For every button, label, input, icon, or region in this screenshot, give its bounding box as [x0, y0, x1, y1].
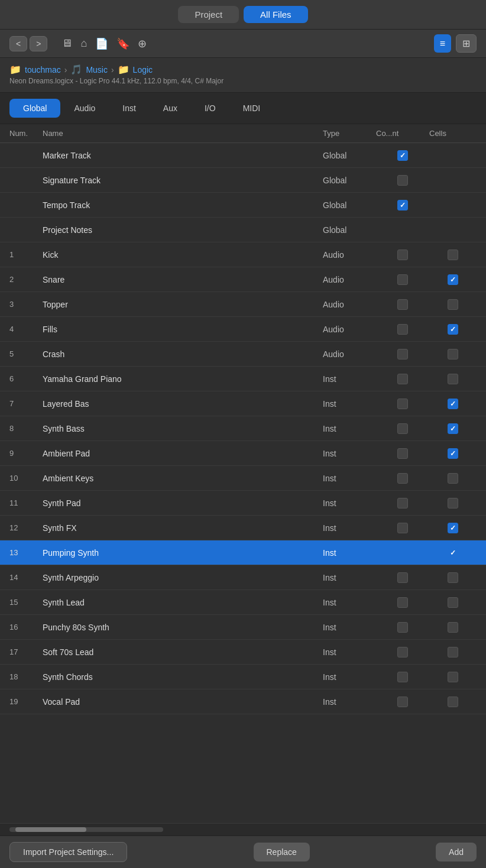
columns-button[interactable]: ⊞	[456, 34, 477, 53]
sep2: ›	[111, 65, 114, 75]
cell-count	[376, 473, 429, 484]
table-row[interactable]: 13Pumping SynthInst	[0, 540, 486, 565]
bookmark-icon[interactable]: 🔖	[116, 37, 129, 50]
count-checkbox[interactable]	[397, 697, 408, 707]
table-row[interactable]: 9Ambient PadInst	[0, 441, 486, 466]
cell-count	[376, 498, 429, 509]
tab-inst[interactable]: Inst	[109, 99, 150, 118]
count-checkbox[interactable]	[397, 324, 408, 335]
forward-button[interactable]: >	[30, 36, 47, 51]
cell-cells	[429, 299, 477, 310]
count-checkbox[interactable]	[397, 597, 408, 608]
cells-checkbox[interactable]	[448, 672, 458, 682]
cells-checkbox[interactable]	[448, 647, 458, 658]
table-row[interactable]: 14Synth ArpeggioInst	[0, 565, 486, 590]
table-row[interactable]: Project NotesGlobal	[0, 218, 486, 242]
table-row[interactable]: Tempo TrackGlobal	[0, 193, 486, 218]
cells-checkbox[interactable]	[448, 324, 458, 335]
table-row[interactable]: Marker TrackGlobal	[0, 143, 486, 168]
monitor-icon[interactable]: 🖥	[61, 37, 72, 50]
download-icon[interactable]: ⊕	[138, 37, 147, 50]
table-row[interactable]: 18Synth ChordsInst	[0, 665, 486, 689]
count-checkbox[interactable]	[397, 399, 408, 409]
cell-num: 16	[9, 623, 43, 631]
count-checkbox[interactable]	[397, 374, 408, 384]
tab-aux[interactable]: Aux	[150, 99, 191, 118]
count-checkbox[interactable]	[397, 572, 408, 583]
home-icon[interactable]: ⌂	[80, 37, 87, 50]
cells-checkbox[interactable]	[448, 274, 458, 285]
cells-checkbox[interactable]	[448, 523, 458, 533]
tab-audio[interactable]: Audio	[60, 99, 109, 118]
table-row[interactable]: 1KickAudio	[0, 242, 486, 267]
count-checkbox[interactable]	[397, 274, 408, 285]
table-row[interactable]: 3TopperAudio	[0, 292, 486, 317]
count-checkbox[interactable]	[397, 647, 408, 658]
count-checkbox[interactable]	[397, 175, 408, 186]
cells-checkbox[interactable]	[448, 597, 458, 608]
count-checkbox[interactable]	[397, 423, 408, 434]
cells-checkbox[interactable]	[448, 473, 458, 484]
table-header: Num. Name Type Co...nt Cells	[0, 124, 486, 143]
cells-checkbox[interactable]	[448, 349, 458, 359]
breadcrumb-logic[interactable]: Logic	[133, 65, 153, 75]
replace-button[interactable]: Replace	[254, 843, 310, 861]
count-checkbox[interactable]	[397, 498, 408, 509]
scroll-track[interactable]	[9, 827, 163, 832]
table-row[interactable]: 19Vocal PadInst	[0, 689, 486, 714]
cells-checkbox[interactable]	[448, 548, 458, 558]
table-row[interactable]: Signature TrackGlobal	[0, 168, 486, 193]
cells-checkbox[interactable]	[448, 448, 458, 459]
count-checkbox[interactable]	[397, 299, 408, 310]
cell-count	[376, 349, 429, 359]
table-row[interactable]: 6Yamaha Grand PianoInst	[0, 367, 486, 391]
table-row[interactable]: 16Punchy 80s SynthInst	[0, 615, 486, 640]
cell-name: Kick	[43, 250, 323, 260]
count-checkbox[interactable]	[397, 523, 408, 533]
count-checkbox[interactable]	[397, 622, 408, 633]
cells-checkbox[interactable]	[448, 299, 458, 310]
scroll-thumb[interactable]	[15, 827, 86, 832]
count-checkbox[interactable]	[397, 448, 408, 459]
add-button[interactable]: Add	[436, 843, 477, 861]
import-project-settings-button[interactable]: Import Project Settings...	[9, 842, 127, 862]
cell-count	[376, 647, 429, 658]
count-checkbox[interactable]	[397, 150, 408, 161]
all-files-tab[interactable]: All Files	[244, 6, 308, 23]
breadcrumb-touchmac[interactable]: touchmac	[25, 65, 61, 75]
document-icon[interactable]: 📄	[95, 37, 108, 50]
cells-checkbox[interactable]	[448, 423, 458, 434]
menu-button[interactable]: ≡	[434, 34, 451, 53]
tab-midi[interactable]: MIDI	[229, 99, 274, 118]
count-checkbox[interactable]	[397, 473, 408, 484]
table-row[interactable]: 12Synth FXInst	[0, 516, 486, 540]
table-row[interactable]: 15Synth LeadInst	[0, 590, 486, 615]
table-row[interactable]: 4FillsAudio	[0, 317, 486, 342]
count-checkbox[interactable]	[397, 250, 408, 260]
cell-num: 8	[9, 424, 43, 433]
cells-checkbox[interactable]	[448, 622, 458, 633]
cells-checkbox[interactable]	[448, 250, 458, 260]
tab-io[interactable]: I/O	[191, 99, 229, 118]
cells-checkbox[interactable]	[448, 572, 458, 583]
tab-global[interactable]: Global	[9, 99, 60, 118]
table-row[interactable]: 17Soft 70s LeadInst	[0, 640, 486, 665]
count-checkbox[interactable]	[397, 672, 408, 682]
cells-checkbox[interactable]	[448, 498, 458, 509]
table-row[interactable]: 5CrashAudio	[0, 342, 486, 367]
cells-checkbox[interactable]	[448, 399, 458, 409]
table-row[interactable]: 11Synth PadInst	[0, 491, 486, 516]
count-checkbox[interactable]	[397, 349, 408, 359]
count-checkbox[interactable]	[397, 200, 408, 210]
project-tab[interactable]: Project	[178, 6, 239, 23]
cell-name: Project Notes	[43, 225, 323, 235]
table-row[interactable]: 10Ambient KeysInst	[0, 466, 486, 491]
top-bar: Project All Files	[0, 0, 486, 30]
table-row[interactable]: 2SnareAudio	[0, 267, 486, 292]
table-row[interactable]: 7Layered BasInst	[0, 391, 486, 416]
cells-checkbox[interactable]	[448, 374, 458, 384]
breadcrumb-music[interactable]: Music	[86, 65, 108, 75]
table-row[interactable]: 8Synth BassInst	[0, 416, 486, 441]
cells-checkbox[interactable]	[448, 697, 458, 707]
back-button[interactable]: <	[9, 36, 27, 51]
